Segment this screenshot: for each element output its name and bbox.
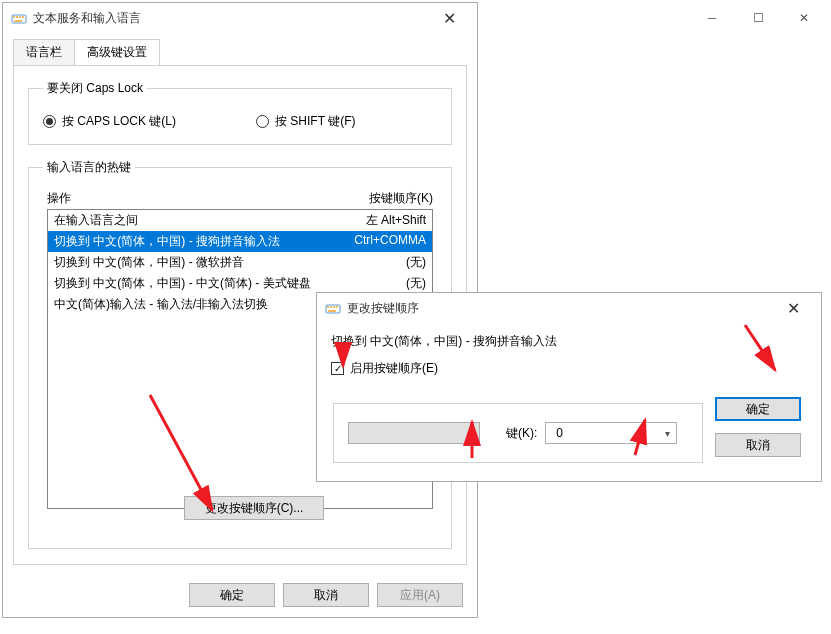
dialog2-buttons: 确定 取消 xyxy=(715,397,801,457)
tab-language-bar[interactable]: 语言栏 xyxy=(13,39,75,66)
svg-rect-9 xyxy=(333,306,335,308)
list-item[interactable]: 切换到 中文(简体，中国) - 搜狗拼音输入法 Ctrl+COMMA xyxy=(48,231,432,252)
radio-shift-key[interactable]: 按 SHIFT 键(F) xyxy=(256,113,355,130)
enable-key-sequence-checkbox[interactable]: ✓ 启用按键顺序(E) xyxy=(331,360,807,377)
checkbox-icon: ✓ xyxy=(331,362,344,375)
key-combo[interactable]: 0 ▾ xyxy=(545,422,677,444)
radio-icon xyxy=(43,115,56,128)
keyboard-icon xyxy=(11,10,27,26)
key-group-box: ▾ 键(K): 0 ▾ xyxy=(333,403,703,463)
svg-rect-1 xyxy=(13,16,15,18)
apply-button[interactable]: 应用(A) xyxy=(377,583,463,607)
svg-rect-4 xyxy=(22,16,24,18)
parent-window-controls: ─ ☐ ✕ xyxy=(689,4,827,32)
column-header-keyseq: 按键顺序(K) xyxy=(369,190,433,207)
svg-rect-10 xyxy=(336,306,338,308)
close-icon[interactable]: ✕ xyxy=(773,294,813,322)
modifier-combo[interactable]: ▾ xyxy=(348,422,480,444)
svg-rect-7 xyxy=(327,306,329,308)
dialog1-titlebar: 文本服务和输入语言 ✕ xyxy=(3,3,477,33)
radio-label: 按 SHIFT 键(F) xyxy=(275,113,355,130)
dialog2-subtitle: 切换到 中文(简体，中国) - 搜狗拼音输入法 xyxy=(331,333,807,350)
radio-capslock-key[interactable]: 按 CAPS LOCK 键(L) xyxy=(43,113,176,130)
key-combo-value: 0 xyxy=(552,426,665,440)
dialog2-titlebar: 更改按键顺序 ✕ xyxy=(317,293,821,323)
hotkeys-legend: 输入语言的热键 xyxy=(43,159,135,176)
capslock-fieldset: 要关闭 Caps Lock 按 CAPS LOCK 键(L) 按 SHIFT 键… xyxy=(28,80,452,145)
svg-rect-2 xyxy=(16,16,18,18)
tab-strip: 语言栏 高级键设置 xyxy=(13,39,477,66)
cancel-button[interactable]: 取消 xyxy=(715,433,801,457)
keyboard-icon xyxy=(325,300,341,316)
tab-advanced-key-settings[interactable]: 高级键设置 xyxy=(74,39,160,66)
dialog2-body: 切换到 中文(简体，中国) - 搜狗拼音输入法 ✓ 启用按键顺序(E) ▾ 键(… xyxy=(317,323,821,399)
key-label: 键(K): xyxy=(506,425,537,442)
list-item[interactable]: 切换到 中文(简体，中国) - 中文(简体) - 美式键盘 (无) xyxy=(48,273,432,294)
radio-label: 按 CAPS LOCK 键(L) xyxy=(62,113,176,130)
dialog1-title: 文本服务和输入语言 xyxy=(33,10,429,27)
svg-rect-5 xyxy=(14,20,22,22)
chevron-down-icon: ▾ xyxy=(665,428,670,439)
close-icon[interactable]: ✕ xyxy=(429,4,469,32)
list-item[interactable]: 切换到 中文(简体，中国) - 微软拼音 (无) xyxy=(48,252,432,273)
dialog2-title: 更改按键顺序 xyxy=(347,300,773,317)
capslock-legend: 要关闭 Caps Lock xyxy=(43,80,147,97)
ok-button[interactable]: 确定 xyxy=(715,397,801,421)
svg-rect-11 xyxy=(328,310,336,312)
radio-icon xyxy=(256,115,269,128)
change-key-sequence-button[interactable]: 更改按键顺序(C)... xyxy=(184,496,324,520)
column-header-action: 操作 xyxy=(47,190,369,207)
change-key-sequence-dialog: 更改按键顺序 ✕ 切换到 中文(简体，中国) - 搜狗拼音输入法 ✓ 启用按键顺… xyxy=(316,292,822,482)
list-item[interactable]: 在输入语言之间 左 Alt+Shift xyxy=(48,210,432,231)
maximize-button[interactable]: ☐ xyxy=(735,4,781,32)
ok-button[interactable]: 确定 xyxy=(189,583,275,607)
minimize-button[interactable]: ─ xyxy=(689,4,735,32)
checkbox-label: 启用按键顺序(E) xyxy=(350,360,438,377)
dialog1-footer: 确定 取消 应用(A) xyxy=(189,583,463,607)
cancel-button[interactable]: 取消 xyxy=(283,583,369,607)
chevron-down-icon: ▾ xyxy=(468,428,473,439)
svg-rect-8 xyxy=(330,306,332,308)
svg-rect-3 xyxy=(19,16,21,18)
close-button[interactable]: ✕ xyxy=(781,4,827,32)
